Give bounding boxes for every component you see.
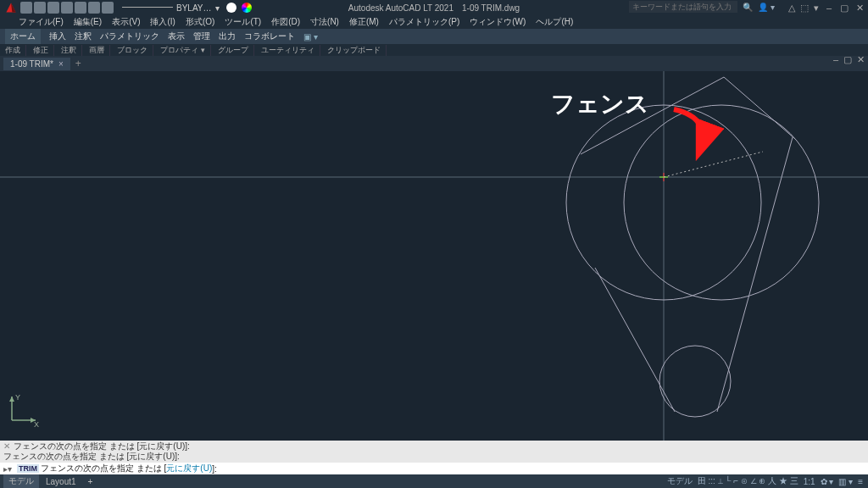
status-toggles[interactable]: 田 ::: ⟂ └ ⌐ ⊙ ∠ ⊕ 人 ★ 三 — [698, 475, 798, 487]
document-tab[interactable]: 1-09 TRIM* × — [3, 58, 70, 70]
settings-icon[interactable]: ▾ — [814, 3, 819, 14]
layer-properties-combo[interactable]: BYLAY… ▾ — [122, 3, 220, 13]
search-icon[interactable]: 🔍 — [743, 3, 753, 12]
command-history: ✕ フェンスの次の点を指定 または [元に戻す(U)]: フェンスの次の点を指定… — [0, 441, 868, 463]
panel-utilities[interactable]: ユーティリティ — [261, 45, 320, 56]
drawing-canvas[interactable]: フェンス X Y — [0, 71, 868, 444]
layout-tab[interactable]: Layout1 — [41, 476, 81, 487]
command-prompt-text: フェンスの次の点を指定 または [ — [41, 463, 166, 474]
panel-modify[interactable]: 修正 — [33, 45, 54, 56]
add-layout-button[interactable]: + — [83, 476, 98, 487]
ribbon-tab-manage[interactable]: 管理 — [193, 30, 210, 42]
chevron-down-icon: ▾ — [215, 3, 220, 13]
ribbon-tab-view[interactable]: 表示 — [168, 30, 185, 42]
panel-groups[interactable]: グループ — [218, 45, 254, 56]
menu-insert[interactable]: 挿入(I) — [150, 16, 175, 28]
gear-icon[interactable]: ✿ ▾ — [821, 477, 834, 486]
panel-draw[interactable]: 作成 — [5, 45, 26, 56]
command-history-line: フェンスの次の点を指定 または [元に戻す(U)]: — [3, 441, 865, 452]
menu-dim[interactable]: 寸法(N) — [310, 16, 339, 28]
model-button[interactable]: モデル — [667, 475, 693, 487]
search-input[interactable] — [629, 1, 737, 13]
menu-tools[interactable]: ツール(T) — [225, 16, 261, 28]
menu-file[interactable]: ファイル(F) — [19, 16, 64, 28]
ribbon-tab-strip: ホーム 挿入 注釈 パラメトリック 表示 管理 出力 コラボレート ▣ ▾ — [0, 29, 868, 44]
svg-point-4 — [659, 346, 731, 417]
command-prompt-text-end: ]: — [212, 464, 217, 474]
modelspace-tab[interactable]: モデル — [3, 474, 39, 488]
menu-param[interactable]: パラメトリック(P) — [389, 16, 459, 28]
ribbon-tab-output[interactable]: 出力 — [219, 30, 236, 42]
svg-line-5 — [595, 268, 675, 412]
color-swatch-white[interactable] — [226, 3, 236, 13]
ribbon-tab-featured[interactable]: ▣ ▾ — [303, 32, 318, 42]
doc-minimize[interactable]: – — [833, 54, 838, 65]
app-logo[interactable] — [3, 0, 19, 15]
customization-menu[interactable]: ≡ — [858, 477, 863, 486]
menu-help[interactable]: ヘルプ(H) — [536, 16, 573, 28]
workspace-menu[interactable]: ▥ ▾ — [838, 477, 853, 486]
status-bar: モデル Layout1 + モデル 田 ::: ⟂ └ ⌐ ⊙ ∠ ⊕ 人 ★ … — [0, 474, 868, 488]
panel-properties[interactable]: プロパティ ▾ — [160, 45, 211, 56]
active-command-badge: TRIM — [17, 464, 39, 473]
panel-clipboard[interactable]: クリップボード — [327, 45, 387, 56]
ribbon-tab-parametric[interactable]: パラメトリック — [100, 30, 159, 42]
window-maximize[interactable]: ▢ — [839, 3, 849, 14]
menu-window[interactable]: ウィンドウ(W) — [470, 16, 526, 28]
doc-maximize[interactable]: ▢ — [843, 54, 852, 65]
menu-draw[interactable]: 作図(D) — [271, 16, 300, 28]
help-icon[interactable]: △ — [788, 3, 795, 14]
ribbon-tab-annotate[interactable]: 注釈 — [75, 30, 92, 42]
close-icon[interactable]: × — [58, 59, 64, 69]
menu-modify[interactable]: 修正(M) — [349, 16, 379, 28]
window-minimize[interactable]: – — [824, 3, 834, 13]
doc-close[interactable]: ✕ — [857, 54, 865, 65]
ribbon-tab-home[interactable]: ホーム — [5, 29, 41, 44]
ribbon-tab-insert[interactable]: 挿入 — [49, 30, 66, 42]
menu-view[interactable]: 表示(V) — [112, 16, 140, 28]
command-line[interactable]: ▸▾ TRIM フェンスの次の点を指定 または [ 元に戻す(U) ]: — [0, 463, 868, 474]
command-history-line: フェンスの次の点を指定 または [元に戻す(U)]: — [3, 452, 865, 462]
command-line-handle[interactable]: ▸▾ — [3, 464, 12, 474]
quick-access-toolbar[interactable] — [20, 2, 115, 14]
signin-icon[interactable]: 👤 ▾ — [758, 3, 775, 12]
svg-line-8 — [724, 77, 795, 139]
close-icon[interactable]: ✕ — [3, 441, 10, 452]
document-tab-label: 1-09 TRIM* — [10, 59, 53, 69]
new-document-button[interactable]: + — [75, 58, 81, 69]
menu-bar: ファイル(F) 編集(E) 表示(V) 挿入(I) 形式(O) ツール(T) 作… — [0, 15, 868, 29]
menu-format[interactable]: 形式(O) — [186, 16, 214, 28]
ribbon-tab-collaborate[interactable]: コラボレート — [244, 30, 295, 42]
panel-annotation[interactable]: 注釈 — [61, 45, 82, 56]
window-close[interactable]: ✕ — [854, 3, 865, 14]
notification-icon[interactable]: ⬚ — [800, 3, 809, 14]
annotation-scale[interactable]: 1:1 — [804, 477, 815, 486]
svg-line-11 — [664, 152, 763, 177]
panel-block[interactable]: ブロック — [117, 45, 153, 56]
panel-layers[interactable]: 画層 — [89, 45, 110, 56]
svg-line-6 — [717, 137, 793, 412]
layer-name: BYLAY… — [176, 3, 212, 13]
menu-edit[interactable]: 編集(E) — [74, 16, 102, 28]
command-option-undo[interactable]: 元に戻す(U) — [166, 463, 212, 474]
ribbon-panels: 作成 修正 注釈 画層 ブロック プロパティ ▾ グループ ユーティリティ クリ… — [0, 44, 868, 56]
color-swatch-bycolor[interactable] — [242, 3, 252, 13]
